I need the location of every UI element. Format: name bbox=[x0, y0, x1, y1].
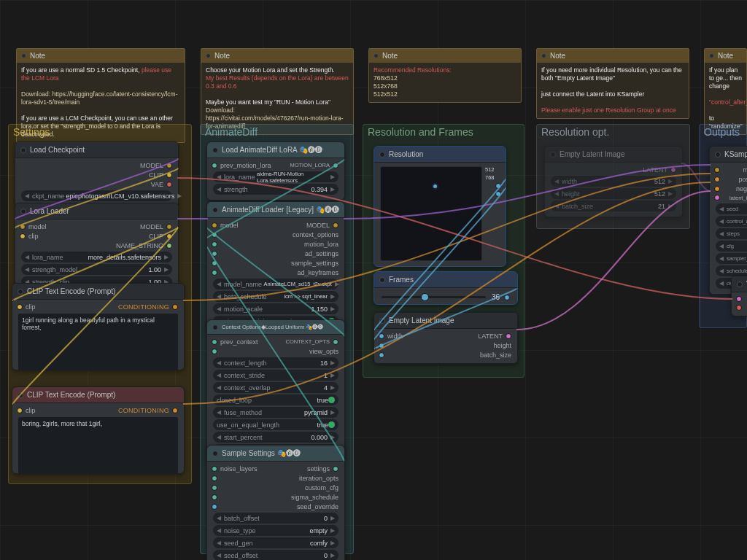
widget-context-overlap[interactable]: ◀context_overlap4▶ bbox=[213, 382, 338, 393]
toggle-on-icon[interactable] bbox=[328, 397, 335, 403]
widget-noise-type[interactable]: ◀noise_typeempty▶ bbox=[213, 525, 338, 536]
collapse-dot-icon[interactable] bbox=[550, 152, 556, 158]
port-view-opts-in[interactable] bbox=[212, 349, 217, 354]
note-5[interactable]: Note If you plan to ge... then change "c… bbox=[704, 48, 747, 135]
port-ctx-out[interactable] bbox=[333, 339, 338, 345]
widget-cfg[interactable]: ◀cfg bbox=[716, 241, 747, 252]
widget-width[interactable]: ◀width512▶ bbox=[551, 176, 676, 187]
port-height-out[interactable] bbox=[495, 191, 501, 197]
port-ad-keyframes-in[interactable] bbox=[212, 270, 217, 276]
port-model-in[interactable] bbox=[20, 224, 26, 230]
collapse-dot-icon[interactable] bbox=[20, 147, 26, 153]
note-2[interactable]: Note Choose your Motion Lora and set the… bbox=[201, 48, 354, 135]
widget-use-equal-length[interactable]: use_on_equal_lengthtrue bbox=[213, 419, 338, 430]
port-model-in[interactable] bbox=[212, 222, 217, 228]
port-settings-out[interactable] bbox=[333, 466, 338, 472]
port-latent-out[interactable] bbox=[670, 167, 676, 173]
port-positive-in[interactable] bbox=[714, 176, 720, 182]
widget-seed[interactable]: ◀seed bbox=[716, 203, 747, 214]
widget-batch-size[interactable]: ◀batch_size21▶ bbox=[551, 201, 676, 211]
toggle-on-icon[interactable] bbox=[328, 421, 335, 428]
port-prev-ctx-in[interactable] bbox=[212, 339, 217, 345]
node-context-options[interactable]: Context Options◆Looped Uniform 🎭🅐🅓 prev_… bbox=[206, 319, 345, 461]
widget-batch-offset[interactable]: ◀batch_offset0▶ bbox=[213, 513, 338, 524]
port-sigma-in[interactable] bbox=[212, 494, 217, 500]
widget-context-stride[interactable]: ◀context_stride1▶ bbox=[213, 370, 338, 381]
port-ad-settings-in[interactable] bbox=[212, 251, 217, 257]
node-lora-loader[interactable]: Lora Loader modelMODEL clipCLIP NAME_STR… bbox=[15, 203, 179, 293]
port-model-in[interactable] bbox=[714, 167, 720, 173]
port-sample-settings-in[interactable] bbox=[212, 260, 217, 266]
note-4[interactable]: Note If you need more individual Resolut… bbox=[536, 48, 689, 119]
node-clip-text-negative[interactable]: CLIP Text Encode (Prompt) clipCONDITIONI… bbox=[12, 386, 185, 474]
widget-steps[interactable]: ◀steps bbox=[716, 228, 747, 239]
widget-control-after[interactable]: ◀control_at bbox=[716, 216, 747, 227]
collapse-dot-icon[interactable] bbox=[18, 392, 23, 398]
port-clip-in[interactable] bbox=[17, 408, 23, 413]
node-animatediff-loader[interactable]: AnimateDiff Loader [Legacy] 🎭🅐🅓 modelMOD… bbox=[206, 201, 345, 332]
port-prev-motion-lora[interactable] bbox=[212, 163, 217, 168]
port-motion-lora-out[interactable] bbox=[333, 163, 338, 168]
collapse-dot-icon[interactable] bbox=[379, 318, 385, 324]
node-empty-latent-opt[interactable]: Empty Latent Image LATENT ◀width512▶ ◀he… bbox=[544, 146, 683, 217]
prompt-textarea[interactable]: 1girl running along a beautyful path in … bbox=[18, 314, 178, 370]
widget-motion-scale[interactable]: ◀motion_scale1.150▶ bbox=[213, 303, 338, 314]
port-motion-lora-in[interactable] bbox=[212, 241, 217, 247]
port-noise-layers-in[interactable] bbox=[212, 466, 217, 472]
port-model-out[interactable] bbox=[166, 163, 172, 168]
port-name-out[interactable] bbox=[166, 243, 172, 249]
node-frames[interactable]: Frames 36 bbox=[374, 271, 518, 305]
port-height-in[interactable] bbox=[379, 343, 384, 349]
collapse-dot-icon[interactable] bbox=[374, 53, 379, 58]
widget-strength-model[interactable]: ◀strength_model1.00▶ bbox=[21, 264, 172, 275]
node-resolution[interactable]: Resolution 512 768 bbox=[374, 146, 506, 267]
port-cond-out[interactable] bbox=[172, 408, 178, 413]
port-vae-out[interactable] bbox=[166, 182, 172, 187]
widget-lora-name[interactable]: ◀lora_name aidma-RUN-Motion Lora.safeten… bbox=[213, 171, 338, 182]
collapse-dot-icon[interactable] bbox=[709, 53, 714, 58]
node-ksampler[interactable]: KSample model positive negative latent_i… bbox=[709, 146, 747, 295]
collapse-dot-icon[interactable] bbox=[212, 147, 218, 153]
node-vae[interactable]: VA samp vae bbox=[731, 276, 747, 316]
port-seed-override-in[interactable] bbox=[212, 504, 217, 510]
widget-seed-gen[interactable]: ◀seed_gencomfy▶ bbox=[213, 537, 338, 548]
collapse-dot-icon[interactable] bbox=[715, 152, 721, 158]
port-cond-out[interactable] bbox=[172, 304, 178, 310]
port-model-out[interactable] bbox=[166, 224, 172, 230]
node-clip-text-positive[interactable]: CLIP Text Encode (Prompt) clipCONDITIONI… bbox=[12, 283, 185, 370]
port-custom-cfg-in[interactable] bbox=[212, 485, 217, 491]
port-latent-in[interactable] bbox=[714, 195, 720, 201]
widget-start-percent[interactable]: ◀start_percent0.000▶ bbox=[213, 432, 338, 443]
port-model-out[interactable] bbox=[333, 222, 338, 228]
port-width-in[interactable] bbox=[379, 333, 384, 339]
node-load-checkpoint[interactable]: Load Checkpoint MODEL CLIP VAE ◀ckpt_nam… bbox=[15, 141, 179, 207]
widget-fuse-method[interactable]: ◀fuse_methodpyramid▶ bbox=[213, 407, 338, 418]
widget-lora-name[interactable]: ◀lora_namemore_details.safetensors▶ bbox=[21, 252, 172, 262]
chevron-right-icon[interactable]: ▶ bbox=[177, 192, 182, 199]
port-frames-out[interactable] bbox=[504, 295, 510, 300]
port-iteration-opts-in[interactable] bbox=[212, 475, 217, 481]
collapse-dot-icon[interactable] bbox=[541, 53, 546, 58]
widget-strength[interactable]: ◀strength0.394▶ bbox=[213, 184, 338, 195]
port-width-out[interactable] bbox=[495, 183, 501, 189]
port-clip-out[interactable] bbox=[166, 233, 172, 239]
frames-slider[interactable]: 36 bbox=[382, 293, 510, 301]
resolution-point-icon[interactable] bbox=[433, 184, 437, 188]
widget-ckpt-name[interactable]: ◀ckpt_name epicphotogasmLCM_v10.safetens… bbox=[21, 190, 172, 201]
port-latent-out[interactable] bbox=[506, 333, 511, 339]
port-vae-in[interactable] bbox=[736, 305, 742, 311]
widget-scheduler[interactable]: ◀scheduler bbox=[716, 265, 747, 276]
collapse-dot-icon[interactable] bbox=[212, 324, 218, 330]
widget-seed-offset[interactable]: ◀seed_offset0▶ bbox=[213, 550, 338, 560]
widget-context-length[interactable]: ◀context_length16▶ bbox=[213, 357, 338, 368]
port-batchsize-in[interactable] bbox=[379, 352, 384, 358]
port-clip-in[interactable] bbox=[17, 304, 23, 310]
widget-model-name[interactable]: ◀model_name AnimateLCM_sd15_t2v.ckpt▶ bbox=[213, 279, 338, 289]
collapse-dot-icon[interactable] bbox=[206, 53, 211, 58]
collapse-dot-icon[interactable] bbox=[379, 152, 385, 158]
node-load-animatediff-lora[interactable]: Load AnimateDiff LoRA 🎭🅐🅓 prev_motion_lo… bbox=[206, 141, 345, 201]
prompt-textarea[interactable]: boring, 2girls, more that 1girl, bbox=[18, 417, 178, 474]
port-samples-in[interactable] bbox=[736, 296, 742, 302]
node-sample-settings[interactable]: Sample Settings 🎭🅐🅓 noise_layerssettings… bbox=[206, 445, 345, 560]
port-negative-in[interactable] bbox=[714, 186, 720, 192]
